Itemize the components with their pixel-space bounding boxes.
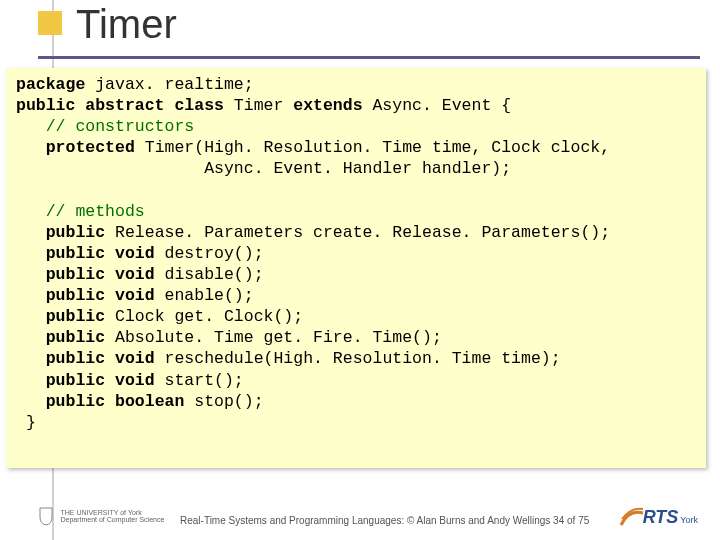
code-text: Timer(High. Resolution. Time time, Clock…	[135, 138, 610, 157]
code-text: }	[16, 413, 36, 432]
kw-public: public	[16, 223, 105, 242]
page-title: Timer	[76, 2, 177, 47]
footer: THE UNIVERSITY of York Department of Com…	[0, 504, 720, 532]
code-text: disable();	[155, 265, 264, 284]
code-text	[105, 265, 115, 284]
code-text	[105, 244, 115, 263]
kw-public: public	[16, 392, 105, 411]
kw-boolean: boolean	[115, 392, 184, 411]
dept-logo: THE UNIVERSITY of York Department of Com…	[38, 506, 168, 528]
code-text: Timer	[224, 96, 293, 115]
code-text: Async. Event. Handler handler);	[16, 159, 511, 178]
code-text: Absolute. Time get. Fire. Time();	[105, 328, 442, 347]
kw-public: public	[16, 244, 105, 263]
code-text: Async. Event {	[363, 96, 512, 115]
kw-void: void	[115, 371, 155, 390]
shield-icon	[38, 506, 54, 526]
comment-constructors: // constructors	[16, 117, 194, 136]
kw-void: void	[115, 244, 155, 263]
code-text: reschedule(High. Resolution. Time time);	[155, 349, 561, 368]
kw-public: public	[16, 265, 105, 284]
kw-public: public	[16, 307, 105, 326]
code-text: start();	[155, 371, 244, 390]
kw-public: public	[16, 371, 105, 390]
kw-protected: protected	[16, 138, 135, 157]
kw-package: package	[16, 75, 85, 94]
code-text: Clock get. Clock();	[105, 307, 303, 326]
rts-sub: York	[680, 515, 698, 525]
kw-extends: extends	[293, 96, 362, 115]
rts-text: RTS	[643, 507, 679, 527]
code-text: Release. Parameters create. Release. Par…	[105, 223, 610, 242]
title-bullet-icon	[38, 11, 62, 35]
kw-public: public	[16, 349, 105, 368]
kw-public: public	[16, 286, 105, 305]
code-text: destroy();	[155, 244, 264, 263]
rts-logo: RTSYork	[643, 507, 698, 528]
title-underline	[38, 56, 700, 59]
kw-public-abstract-class: public abstract class	[16, 96, 224, 115]
code-text	[105, 349, 115, 368]
code-text	[105, 371, 115, 390]
comment-methods: // methods	[16, 202, 145, 221]
code-text: stop();	[184, 392, 263, 411]
kw-void: void	[115, 265, 155, 284]
dept-line1: THE UNIVERSITY of York	[60, 509, 141, 516]
code-text	[105, 392, 115, 411]
swoosh-icon	[619, 505, 645, 531]
code-block: package javax. realtime; public abstract…	[6, 68, 706, 468]
dept-line2: Department of Computer Science	[60, 516, 164, 523]
kw-void: void	[115, 349, 155, 368]
kw-public: public	[16, 328, 105, 347]
code-text	[105, 286, 115, 305]
footer-caption: Real-Time Systems and Programming Langua…	[180, 515, 589, 526]
code-text: javax. realtime;	[85, 75, 253, 94]
kw-void: void	[115, 286, 155, 305]
code-text: enable();	[155, 286, 254, 305]
